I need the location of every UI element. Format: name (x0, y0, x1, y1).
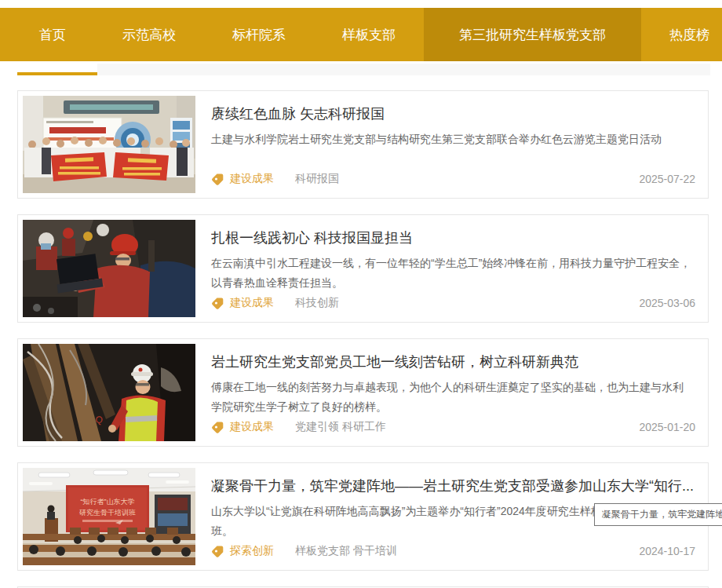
article-tags[interactable]: 样板党支部 骨干培训 (295, 544, 639, 558)
article-category[interactable]: 建设成果 (211, 172, 274, 186)
conference-screen-text-line2: 研究生骨干培训班 (79, 509, 136, 517)
article-title[interactable]: 岩土研究生党支部党员工地一线刻苦钻研，树立科研新典范 (211, 352, 697, 371)
tag-icon (211, 173, 224, 186)
conference-screen-text-line1: “知行者”山东大学 (81, 498, 135, 506)
nav-tab-popularity-ranking[interactable]: 热度榜 (641, 8, 722, 61)
article-date: 2025-01-20 (639, 421, 695, 433)
article-date: 2025-07-22 (639, 173, 695, 185)
article-thumbnail[interactable] (23, 220, 195, 317)
article-tags[interactable]: 科技创新 (295, 296, 639, 310)
nav-tab-benchmark-departments[interactable]: 标杆院系 (204, 8, 314, 61)
svg-text:Q: Q (95, 414, 104, 425)
article-content: 赓续红色血脉 矢志科研报国 土建与水利学院岩土研究生党支部与结构研究生第三党支部… (195, 96, 703, 193)
article-summary: 傅康在工地一线的刻苦努力与卓越表现，为他个人的科研生涯奠定了坚实的基础，也为土建… (211, 378, 694, 417)
article-meta: 探索创新 样板党支部 骨干培训 2024-10-17 (211, 544, 695, 558)
article-card[interactable]: 扎根一线践初心 科技报国显担当 在云南滇中引水工程建设一线，有一位年轻的“学生总… (17, 214, 709, 323)
subnav-strip (0, 64, 722, 75)
group-photo-lobby-image (23, 96, 195, 193)
tag-icon (211, 297, 224, 310)
article-date: 2024-10-17 (639, 545, 695, 557)
article-tags[interactable]: 科研报国 (295, 172, 639, 186)
article-tags[interactable]: 党建引领 科研工作 (295, 420, 639, 434)
tag-icon (211, 421, 224, 434)
article-date: 2025-03-06 (639, 297, 695, 309)
article-category-label: 建设成果 (230, 172, 274, 186)
tunnel-worker-laptop-image (23, 220, 195, 317)
scaffold-worker-image: Q (23, 344, 195, 441)
article-thumbnail[interactable]: Q (23, 344, 195, 441)
article-category[interactable]: 探索创新 (211, 544, 274, 558)
article-thumbnail[interactable] (23, 96, 195, 193)
main-nav: 首页 示范高校 标杆院系 样板支部 第三批研究生样板党支部 热度榜 (0, 8, 722, 61)
article-meta: 建设成果 科技创新 2025-03-06 (211, 296, 695, 310)
article-category-label: 建设成果 (230, 420, 274, 434)
article-content: 岩土研究生党支部党员工地一线刻苦钻研，树立科研新典范 傅康在工地一线的刻苦努力与… (195, 344, 703, 441)
conference-room-image: “知行者”山东大学 研究生骨干培训班 (23, 468, 195, 565)
article-thumbnail[interactable]: “知行者”山东大学 研究生骨干培训班 (23, 468, 195, 565)
article-category[interactable]: 建设成果 (211, 296, 274, 310)
tag-icon (211, 545, 224, 558)
article-summary: 在云南滇中引水工程建设一线，有一位年轻的“学生总工”始终冲锋在前，用科技力量守护… (211, 254, 694, 293)
subnav-active-tab[interactable] (0, 64, 97, 75)
article-summary: 土建与水利学院岩土研究生党支部与结构研究生第三党支部联合举办红色云游览主题党日活… (211, 130, 694, 149)
article-card[interactable]: Q 岩土研究生党支部党员工地一线刻苦钻研，树立科研新典范 傅康在工地一线的刻苦努… (17, 338, 709, 447)
nav-tab-model-universities[interactable]: 示范高校 (94, 8, 204, 61)
title-hover-tooltip: 凝聚骨干力量，筑牢党建阵地 (594, 503, 722, 526)
article-card[interactable]: 赓续红色血脉 矢志科研报国 土建与水利学院岩土研究生党支部与结构研究生第三党支部… (17, 90, 709, 199)
active-tab-underline (17, 72, 97, 75)
nav-tab-model-branches[interactable]: 样板支部 (314, 8, 424, 61)
subnav-track (97, 64, 710, 75)
article-category-label: 建设成果 (230, 296, 274, 310)
article-title[interactable]: 扎根一线践初心 科技报国显担当 (211, 228, 697, 247)
nav-tab-home[interactable]: 首页 (11, 8, 94, 61)
article-category[interactable]: 建设成果 (211, 420, 274, 434)
article-title[interactable]: 赓续红色血脉 矢志科研报国 (211, 104, 697, 123)
article-content: 扎根一线践初心 科技报国显担当 在云南滇中引水工程建设一线，有一位年轻的“学生总… (195, 220, 703, 317)
article-title[interactable]: 凝聚骨干力量，筑牢党建阵地——岩土研究生党支部受邀参加山东大学“知行... (211, 477, 697, 495)
article-meta: 建设成果 党建引领 科研工作 2025-01-20 (211, 420, 695, 434)
nav-tab-third-batch-graduate-branches[interactable]: 第三批研究生样板党支部 (424, 8, 641, 61)
article-meta: 建设成果 科研报国 2025-07-22 (211, 172, 695, 186)
article-category-label: 探索创新 (230, 544, 274, 558)
top-whitespace (0, 0, 722, 8)
